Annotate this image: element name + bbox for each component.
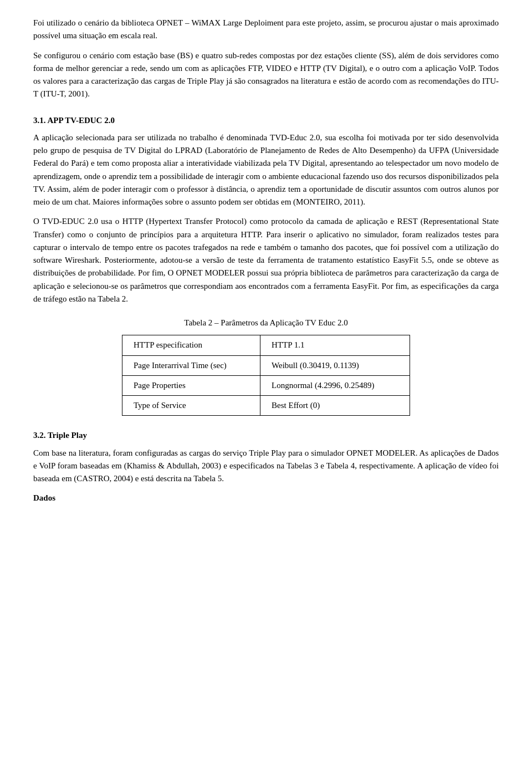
paragraph-2: Se configurou o cenário com estação base… (33, 49, 499, 101)
table-data-cell: Type of Service (122, 396, 260, 416)
section-31-heading: 3.1. APP TV-EDUC 2.0 (33, 114, 499, 127)
table-data-cell: Weibull (0.30419, 0.1139) (260, 355, 410, 375)
section-32-heading: 3.2. Triple Play (33, 429, 499, 442)
paragraph-1: Foi utilizado o cenário da biblioteca OP… (33, 17, 499, 43)
table-data-cell: Page Properties (122, 375, 260, 395)
section-31-para2: O TVD-EDUC 2.0 usa o HTTP (Hypertext Tra… (33, 215, 499, 305)
section-31-para1: A aplicação selecionada para ser utiliza… (33, 131, 499, 209)
dados-heading: Dados (33, 492, 499, 504)
table-data-cell: Best Effort (0) (260, 396, 410, 416)
table-data-cell: Longnormal (4.2996, 0.25489) (260, 375, 410, 395)
table-header-cell: HTTP 1.1 (260, 335, 410, 355)
section-32-para1: Com base na literatura, foram configurad… (33, 447, 499, 486)
table-data-cell: Page Interarrival Time (sec) (122, 355, 260, 375)
table-2-title: Tabela 2 – Parâmetros da Aplicação TV Ed… (33, 317, 499, 329)
table-header-cell: HTTP especification (122, 335, 260, 355)
table-2: HTTP especificationHTTP 1.1Page Interarr… (122, 335, 410, 416)
